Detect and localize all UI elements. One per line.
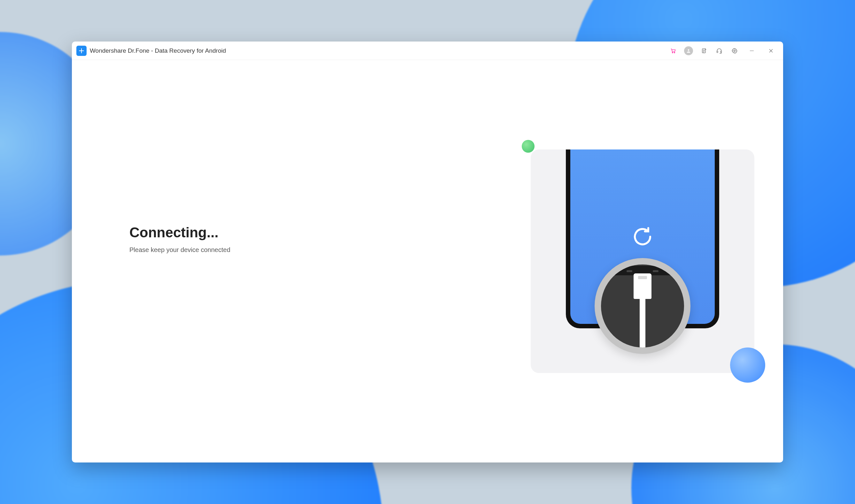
status-heading: Connecting... xyxy=(129,224,528,240)
close-button[interactable] xyxy=(762,44,780,58)
svg-rect-9 xyxy=(717,51,718,52)
close-icon xyxy=(769,49,773,53)
svg-point-4 xyxy=(688,49,690,51)
minimize-icon xyxy=(750,49,754,53)
usb-plug-graphic xyxy=(634,273,652,299)
app-title: Wondershare Dr.Fone - Data Recovery for … xyxy=(90,47,226,54)
svg-rect-10 xyxy=(720,51,722,52)
usb-magnifier xyxy=(594,258,691,354)
account-button[interactable] xyxy=(681,44,696,58)
clipboard-icon xyxy=(701,48,707,54)
minimize-button[interactable] xyxy=(743,44,761,58)
headset-icon xyxy=(716,48,723,54)
app-window: Wondershare Dr.Fone - Data Recovery for … xyxy=(72,41,783,463)
titlebar: Wondershare Dr.Fone - Data Recovery for … xyxy=(72,41,783,60)
cart-icon xyxy=(670,48,676,54)
user-icon xyxy=(684,46,693,55)
status-subtext: Please keep your device connected xyxy=(129,246,528,254)
usb-cable-graphic xyxy=(640,299,645,347)
support-button[interactable] xyxy=(712,44,726,58)
svg-point-11 xyxy=(734,50,735,51)
feedback-button[interactable] xyxy=(697,44,711,58)
sync-icon xyxy=(627,221,658,252)
svg-point-2 xyxy=(672,52,673,53)
titlebar-actions xyxy=(666,44,780,58)
status-pane: Connecting... Please keep your device co… xyxy=(97,224,528,292)
svg-point-3 xyxy=(674,52,675,53)
decoration-dot-green xyxy=(522,140,535,153)
gear-icon xyxy=(731,48,738,54)
illustration-card xyxy=(531,149,754,373)
decoration-dot-blue xyxy=(730,347,765,383)
connecting-illustration xyxy=(528,137,758,379)
app-logo-icon xyxy=(76,46,87,56)
settings-button[interactable] xyxy=(728,44,742,58)
cart-button[interactable] xyxy=(666,44,680,58)
content-area: Connecting... Please keep your device co… xyxy=(72,60,783,463)
